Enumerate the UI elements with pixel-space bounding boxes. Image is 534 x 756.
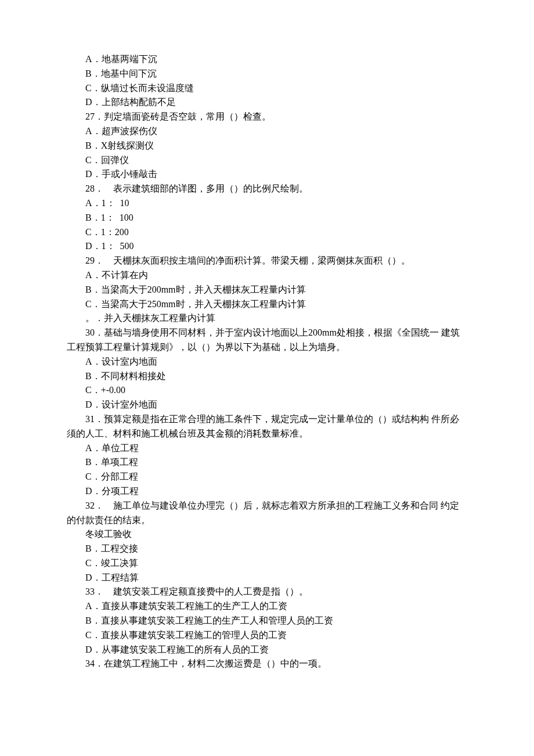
text-line: B．单项工程 <box>67 455 467 470</box>
text-line: B．不同材料相接处 <box>67 369 467 384</box>
text-line: A．直接从事建筑安装工程施工的生产工人的工资 <box>67 599 467 614</box>
text-line: B．X射线探测仪 <box>67 139 467 153</box>
text-line: 31．预算定额是指在正常合理的施工条件下，规定完成一定计量单位的（）或结构构 件… <box>67 412 467 441</box>
text-line: A．1： 10 <box>67 196 467 211</box>
text-line: 冬竣工验收 <box>67 527 467 542</box>
text-line: C．回弹仪 <box>67 153 467 168</box>
text-line: C．当梁高大于250mm时，并入天棚抹灰工程量内计算 <box>67 297 467 312</box>
text-line: A．地基两端下沉 <box>67 52 467 67</box>
text-line: D．分项工程 <box>67 484 467 499</box>
text-line: 32． 施工单位与建设单位办理完（）后，就标志着双方所承担的工程施工义务和合同 … <box>67 499 467 528</box>
text-line: C．分部工程 <box>67 470 467 484</box>
text-line: 29． 天棚抹灰面积按主墙间的净面积计算。带梁天棚，梁两侧抹灰面积（）。 <box>67 254 467 268</box>
text-line: C．竣工决算 <box>67 556 467 571</box>
text-line: 30．基础与墙身使用不同材料，并于室内设计地面以上200mm处相接，根据《全国统… <box>67 326 467 355</box>
document-page: A．地基两端下沉B．地基中间下沉C．纵墙过长而未设温度缝D．上部结构配筋不足27… <box>0 0 534 756</box>
text-line: A．超声波探伤仪 <box>67 124 467 139</box>
text-line: B．当梁高大于200mm时，并入天棚抹灰工程量内计算 <box>67 283 467 297</box>
text-line: D．从事建筑安装工程施工的所有人员的工资 <box>67 643 467 657</box>
text-line: D．上部结构配筋不足 <box>67 95 467 110</box>
text-line: 28． 表示建筑细部的详图，多用（）的比例尺绘制。 <box>67 182 467 196</box>
text-line: C．+-0.00 <box>67 383 467 398</box>
text-line: B．1： 100 <box>67 211 467 225</box>
text-line: 。．并入天棚抹灰工程量内计算 <box>67 311 467 326</box>
text-line: 33． 建筑安装工程定额直接费中的人工费是指（）。 <box>67 585 467 599</box>
text-line: C．1：200 <box>67 225 467 240</box>
text-line: 27．判定墙面瓷砖是否空鼓，常用（）检查。 <box>67 110 467 124</box>
text-line: 34．在建筑工程施工中，材料二次搬运费是（）中的一项。 <box>67 657 467 671</box>
text-line: B．工程交接 <box>67 542 467 556</box>
text-line: C．直接从事建筑安装工程施工的管理人员的工资 <box>67 628 467 643</box>
text-line: A．不计算在内 <box>67 268 467 283</box>
text-line: B．地基中间下沉 <box>67 67 467 81</box>
text-line: B．直接从事建筑安装工程施工的生产工人和管理人员的工资 <box>67 614 467 628</box>
text-line: D．设计室外地面 <box>67 398 467 412</box>
text-line: A．设计室内地面 <box>67 355 467 369</box>
text-line: D．手或小锤敲击 <box>67 167 467 182</box>
text-line: D．1： 500 <box>67 239 467 254</box>
text-line: C．纵墙过长而未设温度缝 <box>67 81 467 96</box>
text-line: D．工程结算 <box>67 571 467 585</box>
text-line: A．单位工程 <box>67 441 467 456</box>
